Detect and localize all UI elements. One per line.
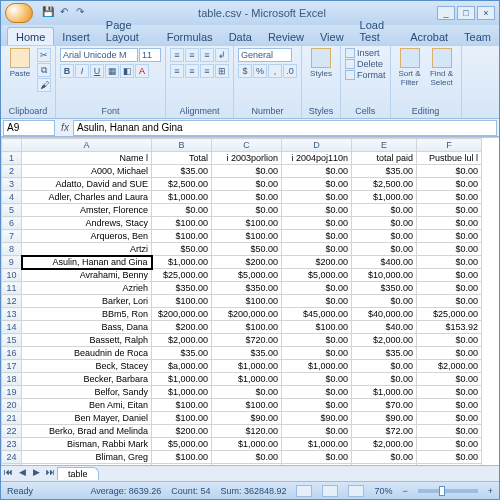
cell[interactable]: $100.00	[152, 295, 212, 308]
row-header[interactable]: 5	[2, 204, 22, 217]
cell[interactable]: $72.00	[352, 425, 417, 438]
cell[interactable]: Pustbue lul l	[417, 152, 482, 165]
sheet-nav-first[interactable]: ⏮	[1, 467, 15, 481]
tab-acrobat[interactable]: Acrobat	[402, 28, 456, 45]
cell[interactable]: $0.00	[282, 191, 352, 204]
cell[interactable]: $70.00	[352, 399, 417, 412]
cell[interactable]: $1,000.00	[282, 360, 352, 373]
cell[interactable]: $25,000.00	[417, 308, 482, 321]
cell[interactable]: $0.00	[282, 243, 352, 256]
cell[interactable]: $0.00	[417, 230, 482, 243]
row-header[interactable]: 1	[2, 152, 22, 165]
cell[interactable]: $0.00	[417, 217, 482, 230]
col-header-B[interactable]: B	[152, 139, 212, 152]
row-header[interactable]: 10	[2, 269, 22, 282]
cell[interactable]: $0.00	[212, 386, 282, 399]
cell[interactable]: $50.00	[212, 243, 282, 256]
cell[interactable]: Ben Mayer, Daniel	[22, 412, 152, 425]
cell[interactable]: $120.00	[212, 425, 282, 438]
cell[interactable]: $0.00	[417, 425, 482, 438]
col-header-E[interactable]: E	[352, 139, 417, 152]
sheet-nav-last[interactable]: ⏭	[43, 467, 57, 481]
row-header[interactable]: 17	[2, 360, 22, 373]
cell[interactable]: $0.00	[212, 165, 282, 178]
row-header[interactable]: 3	[2, 178, 22, 191]
cell[interactable]: $200.00	[152, 321, 212, 334]
cell[interactable]: $153.92	[417, 321, 482, 334]
cell[interactable]: $0.00	[282, 386, 352, 399]
sheet-nav-next[interactable]: ▶	[29, 467, 43, 481]
row-header[interactable]: 14	[2, 321, 22, 334]
tab-formulas[interactable]: Formulas	[159, 28, 221, 45]
cell[interactable]: Arqueros, Ben	[22, 230, 152, 243]
cell[interactable]: $0.00	[282, 204, 352, 217]
cell[interactable]: $0.00	[417, 256, 482, 269]
col-header-A[interactable]: A	[22, 139, 152, 152]
cell[interactable]: Beaudnin de Roca	[22, 347, 152, 360]
cell[interactable]: $90.00	[282, 412, 352, 425]
cell[interactable]: Barker, Lori	[22, 295, 152, 308]
cell[interactable]: $200,000.00	[152, 308, 212, 321]
align-right-button[interactable]: ≡	[200, 64, 214, 78]
font-name-combo[interactable]: Arial Unicode M	[60, 48, 138, 62]
cell[interactable]: $0.00	[417, 165, 482, 178]
cell[interactable]: $0.00	[352, 360, 417, 373]
fill-color-button[interactable]: ◧	[120, 64, 134, 78]
cell[interactable]: $200.00	[282, 256, 352, 269]
cell[interactable]: Azrieh	[22, 282, 152, 295]
row-header[interactable]: 19	[2, 386, 22, 399]
cell[interactable]: $0.00	[282, 165, 352, 178]
cell[interactable]: $2,500.00	[352, 178, 417, 191]
cell[interactable]: $100.00	[152, 217, 212, 230]
cell[interactable]: $100.00	[152, 230, 212, 243]
name-box[interactable]: A9	[3, 120, 55, 136]
cell[interactable]: $0.00	[212, 451, 282, 464]
cell[interactable]: i 2003porlion	[212, 152, 282, 165]
row-header[interactable]: 21	[2, 412, 22, 425]
cell[interactable]: $35.00	[152, 347, 212, 360]
cell[interactable]: Bliman, Greg	[22, 451, 152, 464]
cell[interactable]: $50.00	[152, 243, 212, 256]
cell[interactable]: $0.00	[417, 178, 482, 191]
cell[interactable]: $0.00	[282, 282, 352, 295]
align-left-button[interactable]: ≡	[170, 64, 184, 78]
cell[interactable]: $1,000.00	[212, 373, 282, 386]
tab-home[interactable]: Home	[7, 27, 54, 45]
cell[interactable]: $0.00	[417, 373, 482, 386]
cell[interactable]: $35.00	[152, 165, 212, 178]
cell[interactable]: $0.00	[352, 295, 417, 308]
view-normal-button[interactable]	[296, 485, 312, 497]
cell[interactable]: $5,000.00	[152, 438, 212, 451]
cell[interactable]: $35.00	[352, 347, 417, 360]
sheet-tab[interactable]: table	[57, 467, 99, 480]
styles-button[interactable]: Styles	[306, 48, 336, 78]
cell[interactable]: Berko, Brad and Melinda	[22, 425, 152, 438]
cut-icon[interactable]: ✂	[37, 48, 51, 62]
cell[interactable]: Bass, Dana	[22, 321, 152, 334]
cell[interactable]: $100.00	[212, 399, 282, 412]
cell[interactable]: $0.00	[282, 451, 352, 464]
maximize-button[interactable]: □	[457, 6, 475, 20]
cell[interactable]: $0.00	[417, 399, 482, 412]
cell[interactable]: $350.00	[352, 282, 417, 295]
cell[interactable]: Adler, Charles and Laura	[22, 191, 152, 204]
cell[interactable]: $a,000.00	[152, 360, 212, 373]
cell[interactable]: $0.00	[417, 347, 482, 360]
cell[interactable]: $0.00	[352, 204, 417, 217]
fx-icon[interactable]: fx	[57, 122, 73, 133]
cell[interactable]: $0.00	[417, 412, 482, 425]
row-header[interactable]: 4	[2, 191, 22, 204]
cell[interactable]: $100.00	[152, 412, 212, 425]
cell[interactable]: $0.00	[212, 191, 282, 204]
increase-decimal-button[interactable]: .0	[283, 64, 297, 78]
col-header-F[interactable]: F	[417, 139, 482, 152]
row-header[interactable]: 24	[2, 451, 22, 464]
cell[interactable]: Adatto, David and SUE	[22, 178, 152, 191]
cell[interactable]: $90.00	[212, 412, 282, 425]
row-header[interactable]: 20	[2, 399, 22, 412]
cell[interactable]: $0.00	[352, 217, 417, 230]
cell[interactable]: $2,000.00	[352, 438, 417, 451]
zoom-out-button[interactable]: −	[402, 486, 407, 496]
sheet-nav-prev[interactable]: ◀	[15, 467, 29, 481]
close-button[interactable]: ×	[477, 6, 495, 20]
